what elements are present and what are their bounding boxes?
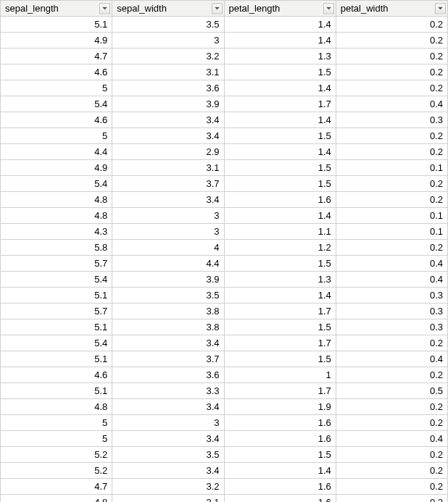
- cell[interactable]: 0.2: [336, 49, 447, 64]
- cell[interactable]: 5.4: [1, 176, 112, 192]
- cell[interactable]: 5.2: [1, 447, 112, 463]
- cell[interactable]: 3.4: [112, 463, 224, 479]
- cell[interactable]: 5.7: [1, 256, 112, 272]
- cell[interactable]: 3.4: [112, 112, 224, 128]
- cell[interactable]: 1.5: [224, 256, 336, 272]
- column-header-petal-length[interactable]: petal_length: [224, 1, 336, 17]
- cell[interactable]: 3.4: [112, 431, 224, 447]
- cell[interactable]: 5.7: [1, 304, 112, 319]
- cell[interactable]: 4.3: [1, 224, 112, 240]
- cell[interactable]: 5.1: [1, 319, 112, 335]
- cell[interactable]: 5: [1, 431, 112, 447]
- cell[interactable]: 0.3: [336, 319, 447, 335]
- cell[interactable]: 5: [1, 128, 112, 144]
- cell[interactable]: 0.1: [336, 208, 447, 224]
- cell[interactable]: 4.7: [1, 479, 112, 495]
- cell[interactable]: 1.7: [224, 335, 336, 351]
- cell[interactable]: 1.2: [224, 240, 336, 256]
- cell[interactable]: 0.4: [336, 431, 447, 447]
- cell[interactable]: 5.1: [1, 288, 112, 304]
- cell[interactable]: 0.2: [336, 447, 447, 463]
- cell[interactable]: 0.5: [336, 383, 447, 399]
- cell[interactable]: 1.3: [224, 49, 336, 64]
- cell[interactable]: 1.5: [224, 64, 336, 80]
- cell[interactable]: 4.8: [1, 192, 112, 208]
- cell[interactable]: 1.4: [224, 144, 336, 160]
- cell[interactable]: 5: [1, 415, 112, 431]
- cell[interactable]: 0.2: [336, 399, 447, 415]
- cell[interactable]: 5.4: [1, 272, 112, 288]
- cell[interactable]: 1.4: [224, 112, 336, 128]
- cell[interactable]: 0.4: [336, 96, 447, 112]
- cell[interactable]: 3.6: [112, 80, 224, 96]
- cell[interactable]: 2.9: [112, 144, 224, 160]
- filter-dropdown-button[interactable]: [435, 3, 446, 14]
- cell[interactable]: 0.2: [336, 176, 447, 192]
- cell[interactable]: 3.8: [112, 304, 224, 319]
- cell[interactable]: 0.2: [336, 463, 447, 479]
- cell[interactable]: 1.6: [224, 415, 336, 431]
- cell[interactable]: 3.4: [112, 399, 224, 415]
- cell[interactable]: 3.4: [112, 335, 224, 351]
- column-header-sepal-width[interactable]: sepal_width: [112, 1, 224, 17]
- cell[interactable]: 0.2: [336, 17, 447, 33]
- cell[interactable]: 3: [112, 415, 224, 431]
- cell[interactable]: 5.2: [1, 463, 112, 479]
- cell[interactable]: 4.8: [1, 208, 112, 224]
- cell[interactable]: 1.4: [224, 33, 336, 49]
- cell[interactable]: 3.8: [112, 319, 224, 335]
- cell[interactable]: 1.7: [224, 304, 336, 319]
- cell[interactable]: 4.8: [1, 495, 112, 503]
- cell[interactable]: 0.3: [336, 304, 447, 319]
- cell[interactable]: 3.6: [112, 367, 224, 383]
- cell[interactable]: 0.2: [336, 80, 447, 96]
- cell[interactable]: 3.4: [112, 128, 224, 144]
- cell[interactable]: 1.5: [224, 160, 336, 176]
- cell[interactable]: 1.7: [224, 96, 336, 112]
- cell[interactable]: 4.9: [1, 33, 112, 49]
- cell[interactable]: 0.2: [336, 335, 447, 351]
- cell[interactable]: 1.4: [224, 288, 336, 304]
- cell[interactable]: 3.2: [112, 479, 224, 495]
- cell[interactable]: 4.6: [1, 367, 112, 383]
- cell[interactable]: 0.2: [336, 367, 447, 383]
- filter-dropdown-button[interactable]: [323, 3, 334, 14]
- column-header-petal-width[interactable]: petal_width: [336, 1, 447, 17]
- cell[interactable]: 3.9: [112, 96, 224, 112]
- cell[interactable]: 0.2: [336, 144, 447, 160]
- cell[interactable]: 0.2: [336, 192, 447, 208]
- cell[interactable]: 3.3: [112, 383, 224, 399]
- cell[interactable]: 1: [224, 367, 336, 383]
- cell[interactable]: 1.7: [224, 383, 336, 399]
- cell[interactable]: 4.8: [1, 399, 112, 415]
- filter-dropdown-button[interactable]: [99, 3, 110, 14]
- cell[interactable]: 4.4: [1, 144, 112, 160]
- cell[interactable]: 0.1: [336, 224, 447, 240]
- cell[interactable]: 0.2: [336, 33, 447, 49]
- cell[interactable]: 3.7: [112, 176, 224, 192]
- cell[interactable]: 3.7: [112, 351, 224, 367]
- cell[interactable]: 5.1: [1, 351, 112, 367]
- cell[interactable]: 3.5: [112, 17, 224, 33]
- column-header-sepal-length[interactable]: sepal_length: [1, 1, 112, 17]
- cell[interactable]: 3.9: [112, 272, 224, 288]
- cell[interactable]: 1.1: [224, 224, 336, 240]
- cell[interactable]: 5: [1, 80, 112, 96]
- cell[interactable]: 3.5: [112, 288, 224, 304]
- cell[interactable]: 1.4: [224, 463, 336, 479]
- cell[interactable]: 3.1: [112, 160, 224, 176]
- cell[interactable]: 4.4: [112, 256, 224, 272]
- cell[interactable]: 5.4: [1, 96, 112, 112]
- cell[interactable]: 1.5: [224, 176, 336, 192]
- cell[interactable]: 0.4: [336, 272, 447, 288]
- cell[interactable]: 4.7: [1, 49, 112, 64]
- cell[interactable]: 3.1: [112, 64, 224, 80]
- cell[interactable]: 4: [112, 240, 224, 256]
- cell[interactable]: 1.6: [224, 479, 336, 495]
- cell[interactable]: 0.3: [336, 112, 447, 128]
- cell[interactable]: 3: [112, 208, 224, 224]
- cell[interactable]: 5.1: [1, 17, 112, 33]
- filter-dropdown-button[interactable]: [212, 3, 223, 14]
- cell[interactable]: 3.2: [112, 49, 224, 64]
- cell[interactable]: 1.5: [224, 319, 336, 335]
